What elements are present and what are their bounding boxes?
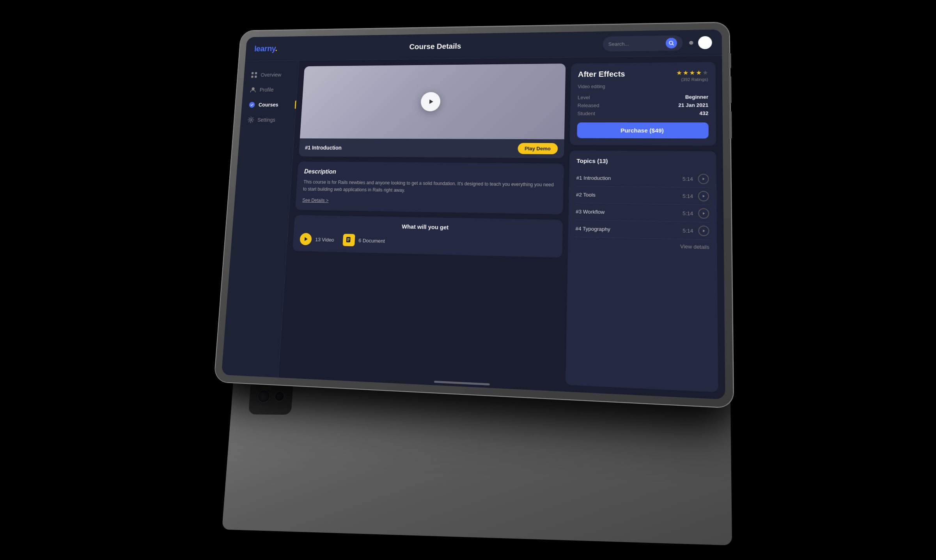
course-name: After Effects: [578, 70, 625, 79]
svg-rect-2: [252, 72, 254, 74]
content-area: #1 Introduction Play Demo Description Th…: [278, 56, 725, 399]
svg-point-8: [250, 119, 252, 121]
sidebar-label-settings: Settings: [257, 117, 276, 123]
topic-row-4: #4 Typography 5:14: [575, 220, 709, 240]
star-4: ★: [696, 69, 702, 76]
sidebar-item-settings[interactable]: Settings: [240, 113, 296, 127]
topic-time-3: 5:14: [682, 210, 693, 216]
document-count-icon: [343, 234, 355, 246]
ipad-screen: learny. Course Details Search...: [222, 30, 725, 400]
sidebar-label-courses: Courses: [259, 102, 279, 108]
topic-play-4[interactable]: [698, 226, 709, 237]
ipad-power-button: [729, 53, 731, 69]
video-bottom-bar: #1 Introduction Play Demo: [299, 138, 564, 158]
topic-name-2: #2 Tools: [576, 191, 677, 199]
ipad-vol-up-button: [729, 76, 732, 103]
svg-marker-17: [703, 212, 705, 215]
ipad-device: learny. Course Details Search...: [214, 23, 733, 408]
topic-time-1: 5:14: [682, 176, 693, 182]
see-details-link[interactable]: See Details >: [302, 198, 329, 203]
get-item-video: 13 Video: [300, 233, 335, 246]
sidebar-item-profile[interactable]: Profile: [243, 83, 298, 97]
svg-rect-12: [347, 238, 350, 239]
ipad-body: learny. Course Details Search...: [214, 23, 733, 408]
video-play-button[interactable]: [420, 92, 441, 111]
document-count-label: 6 Document: [358, 237, 385, 244]
video-count-label: 13 Video: [315, 237, 334, 243]
get-items-list: 13 Video: [300, 233, 555, 251]
course-category: Video editing: [578, 83, 708, 90]
stars-rating: ★ ★ ★ ★ ★ (392 Ratings): [676, 69, 708, 82]
course-meta: Level Beginner Released 21 Jan 2021: [577, 94, 708, 116]
grid-icon: [251, 72, 257, 78]
meta-row-level: Level Beginner: [578, 94, 708, 100]
play-demo-button[interactable]: Play Demo: [518, 143, 558, 154]
left-column: #1 Introduction Play Demo Description Th…: [285, 64, 566, 385]
svg-marker-18: [703, 230, 705, 232]
view-details-link[interactable]: View details: [575, 241, 709, 250]
svg-marker-15: [703, 178, 705, 180]
meta-row-student: Student 432: [577, 110, 708, 116]
svg-marker-9: [429, 99, 433, 104]
topic-name-4: #4 Typography: [576, 225, 678, 233]
svg-point-6: [252, 87, 255, 90]
what-you-get-title: What will you get: [301, 221, 555, 233]
search-button[interactable]: [666, 38, 677, 49]
student-label: Student: [577, 111, 595, 117]
app-logo: learny.: [254, 44, 277, 53]
scene: learny. Course Details Search...: [0, 0, 936, 560]
get-item-document: 6 Document: [343, 234, 385, 247]
person-icon: [250, 87, 256, 93]
header-title: Course Details: [282, 40, 596, 53]
app-ui: learny. Course Details Search...: [222, 30, 725, 400]
sidebar-item-courses[interactable]: Courses: [241, 98, 296, 111]
purchase-button[interactable]: Purchase ($49): [577, 122, 709, 138]
courses-icon: [248, 102, 255, 108]
header-icons: [689, 36, 712, 49]
app-main: Overview Profile: [222, 56, 725, 399]
topic-row-2: #2 Tools 5:14: [576, 186, 709, 205]
svg-rect-3: [255, 72, 257, 74]
topic-row-1: #1 Introduction 5:14: [576, 170, 709, 188]
topics-card: Topics (13) #1 Introduction 5:14: [566, 150, 718, 392]
what-you-get-card: What will you get: [292, 215, 563, 258]
ipad-vol-down-button: [729, 111, 732, 139]
stars-row: ★ ★ ★ ★ ★: [676, 69, 708, 76]
gear-icon: [248, 117, 254, 123]
topic-play-3[interactable]: [698, 208, 709, 219]
svg-rect-4: [251, 76, 254, 78]
topic-play-2[interactable]: [698, 191, 709, 201]
released-value: 21 Jan 2021: [678, 102, 708, 108]
description-title: Description: [304, 168, 557, 178]
level-value: Beginner: [685, 94, 708, 100]
svg-marker-16: [703, 195, 705, 197]
level-label: Level: [578, 95, 590, 101]
right-column: After Effects ★ ★ ★ ★ ★: [566, 62, 718, 392]
svg-marker-10: [305, 237, 308, 241]
star-1: ★: [676, 69, 682, 77]
video-thumbnail[interactable]: [300, 64, 566, 139]
released-label: Released: [578, 102, 599, 108]
student-value: 432: [699, 110, 708, 116]
topic-row-3: #3 Workflow 5:14: [576, 203, 709, 223]
description-text: This course is for Rails newbies and any…: [303, 178, 557, 196]
notification-icon[interactable]: [689, 41, 693, 45]
star-2: ★: [683, 69, 689, 76]
topic-time-2: 5:14: [682, 193, 693, 199]
sidebar-item-overview[interactable]: Overview: [244, 68, 299, 82]
video-count-icon: [300, 233, 312, 246]
svg-line-1: [672, 44, 674, 45]
description-card: Description This course is for Rails new…: [295, 161, 564, 214]
sidebar-label-profile: Profile: [259, 87, 274, 93]
topic-name-3: #3 Workflow: [576, 208, 677, 216]
star-5: ★: [702, 69, 708, 76]
user-avatar[interactable]: [698, 36, 712, 49]
course-title-row: After Effects ★ ★ ★ ★ ★: [578, 69, 708, 83]
svg-rect-14: [347, 240, 349, 241]
rating-count: (392 Ratings): [681, 77, 708, 82]
video-card: #1 Introduction Play Demo: [299, 64, 566, 158]
search-bar[interactable]: Search...: [603, 35, 682, 51]
topic-play-1[interactable]: [698, 174, 709, 184]
logo-dot: .: [275, 44, 278, 53]
topic-name-1: #1 Introduction: [576, 175, 678, 182]
